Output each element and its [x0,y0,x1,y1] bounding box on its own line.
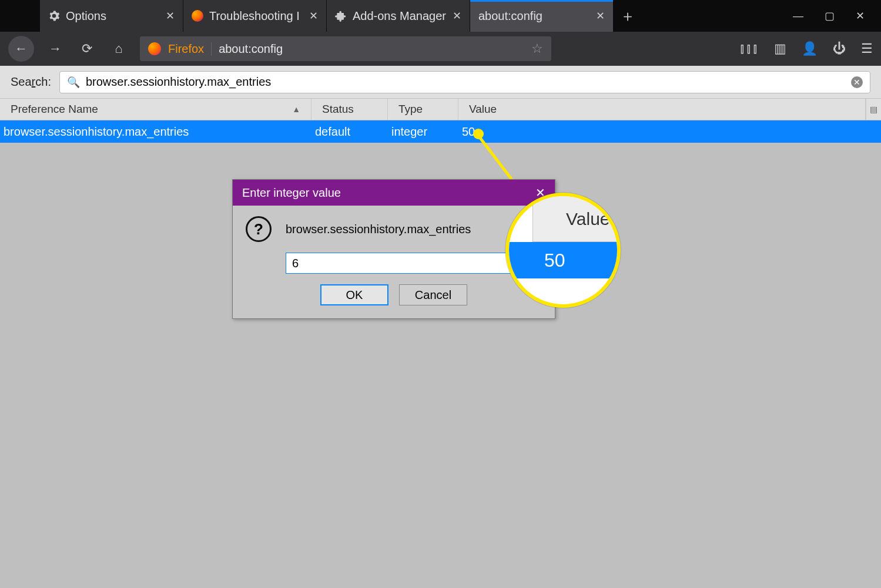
dialog-pref-name: browser.sessionhistory.max_entries [286,223,471,236]
tab-aboutconfig[interactable]: about:config ✕ [470,0,614,32]
search-box[interactable]: 🔍 ✕ [59,71,870,93]
reload-button[interactable]: ⟳ [76,38,98,59]
table-header: Preference Name ▲ Status Type Value ▤ [0,98,881,120]
dialog-titlebar: Enter integer value ✕ [233,180,555,206]
forward-button[interactable]: → [45,38,66,59]
gear-icon [48,10,60,22]
table-row[interactable]: browser.sessionhistory.max_entries defau… [0,120,881,143]
sort-asc-icon: ▲ [292,105,300,114]
firefox-icon [148,42,161,55]
close-icon[interactable]: ✕ [166,9,175,22]
cell-pref-name: browser.sessionhistory.max_entries [4,125,189,139]
search-label: Search: [11,75,51,89]
menu-icon[interactable]: ☰ [861,41,873,56]
close-icon[interactable]: ✕ [453,9,461,22]
new-tab-button[interactable]: ＋ [614,0,642,32]
integer-input[interactable] [286,253,540,274]
library-icon[interactable]: ⫿⫿⫿ [739,41,759,56]
question-icon: ? [246,216,272,242]
back-button[interactable]: ← [8,36,34,62]
tab-bar: Options ✕ Troubleshooting I ✕ Add-ons Ma… [0,0,881,32]
account-icon[interactable]: 👤 [802,41,818,56]
minimize-icon[interactable]: — [793,10,803,22]
home-button[interactable]: ⌂ [108,38,129,59]
cell-type: integer [391,125,427,139]
window-controls: — ▢ ✕ [793,0,881,32]
identity-label: Firefox [168,42,212,56]
content-area: Enter integer value ✕ ? browser.sessionh… [0,143,881,588]
tab-addons[interactable]: Add-ons Manager ✕ [327,0,470,32]
column-picker-icon[interactable]: ▤ [866,99,881,120]
cell-status: default [315,125,350,139]
zoom-callout: Value 50 [505,193,621,308]
tab-label: Add-ons Manager [353,9,446,23]
search-icon: 🔍 [67,76,80,89]
maximize-icon[interactable]: ▢ [825,9,835,22]
tab-troubleshooting[interactable]: Troubleshooting I ✕ [183,0,327,32]
close-icon[interactable]: ✕ [596,9,605,22]
config-search-row: Search: 🔍 ✕ [0,66,881,98]
callout-anchor-dot [473,129,484,139]
puzzle-icon [335,10,347,22]
close-window-icon[interactable]: ✕ [856,9,865,22]
url-text: about:config [219,42,524,56]
nav-toolbar: ← → ⟳ ⌂ Firefox about:config ☆ ⫿⫿⫿ ▥ 👤 ⏻… [0,32,881,66]
tab-label: Options [66,9,106,23]
tab-label: about:config [478,9,542,23]
tab-label: Troubleshooting I [209,9,300,23]
zoom-value: 50 [509,242,617,278]
address-bar[interactable]: Firefox about:config ☆ [140,36,551,61]
column-status[interactable]: Status [311,99,388,120]
zoom-header: Value [532,196,617,242]
bookmark-star-icon[interactable]: ☆ [531,41,543,56]
column-value[interactable]: Value [458,99,866,120]
ok-button[interactable]: OK [320,284,388,305]
search-input[interactable] [86,75,845,89]
dialog-title: Enter integer value [242,186,341,200]
column-preference-name[interactable]: Preference Name ▲ [0,99,311,120]
firefox-icon [192,10,203,22]
close-icon[interactable]: ✕ [309,9,318,22]
cancel-button[interactable]: Cancel [399,284,467,305]
column-type[interactable]: Type [388,99,458,120]
tab-options[interactable]: Options ✕ [40,0,183,32]
tab-spacer [0,0,40,32]
clear-search-icon[interactable]: ✕ [851,76,863,88]
sidebar-icon[interactable]: ▥ [774,41,786,56]
power-icon[interactable]: ⏻ [833,41,846,56]
